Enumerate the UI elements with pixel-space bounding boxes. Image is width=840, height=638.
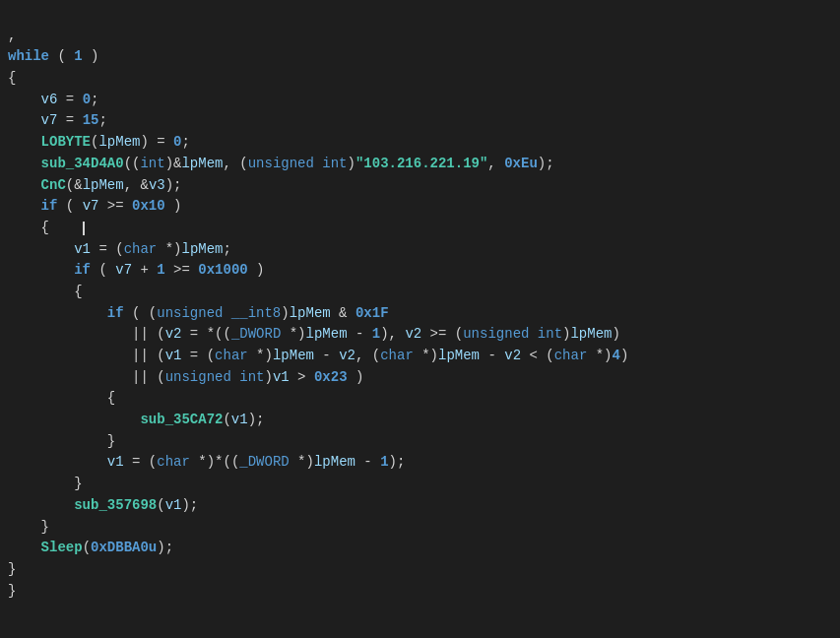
line-sleep: Sleep(0xDBBA0u);: [8, 540, 173, 555]
line-open-brace-3: {: [8, 284, 83, 299]
line-v1-dword: v1 = (char *)*((_DWORD *)lpMem - 1);: [8, 454, 405, 470]
line-or-unsigned-v1: || (unsigned int)v1 > 0x23 ): [8, 369, 363, 385]
line-or-v2: || (v2 = *((_DWORD *)lpMem - 1), v2 >= (…: [8, 326, 620, 342]
line-open-brace-2: {: [8, 220, 85, 235]
line-if-v7-plus-1: if ( v7 + 1 >= 0x1000 ): [8, 262, 265, 278]
line-open-brace-4: {: [8, 390, 115, 406]
line-while: while ( 1 ): [8, 48, 98, 64]
line-open-brace-1: {: [8, 70, 16, 86]
line-lobyte: LOBYTE(lpMem) = 0;: [8, 134, 190, 150]
line-sub-35ca72: sub_35CA72(v1);: [8, 412, 264, 427]
line-or-v1-char: || (v1 = (char *)lpMem - v2, (char *)lpM…: [8, 348, 628, 363]
line-if-unsigned: if ( (unsigned __int8)lpMem & 0x1F: [8, 305, 389, 321]
line-sub-34d4a0: sub_34D4A0((int)&lpMem, (unsigned int)"1…: [8, 156, 554, 171]
line-close-brace-3: }: [8, 476, 83, 491]
line-close-brace-1: }: [8, 561, 16, 577]
code-viewer: , while ( 1 ) { v6 = 0; v7 = 15; LOBYTE(…: [8, 4, 832, 602]
line-close-brace-4: }: [8, 433, 115, 449]
line-close-brace-outer: }: [8, 583, 16, 599]
line-cnc: CnC(&lpMem, &v3);: [8, 177, 182, 193]
line-sub-357698: sub_357698(v1);: [8, 497, 198, 513]
line-close-brace-2: }: [8, 519, 49, 535]
line-comma: ,: [8, 28, 16, 43]
line-if-v7: if ( v7 >= 0x10 ): [8, 198, 181, 214]
line-v1-lpmem: v1 = (char *)lpMem;: [8, 241, 231, 257]
line-v6: v6 = 0;: [8, 92, 98, 107]
line-v7: v7 = 15;: [8, 112, 107, 128]
